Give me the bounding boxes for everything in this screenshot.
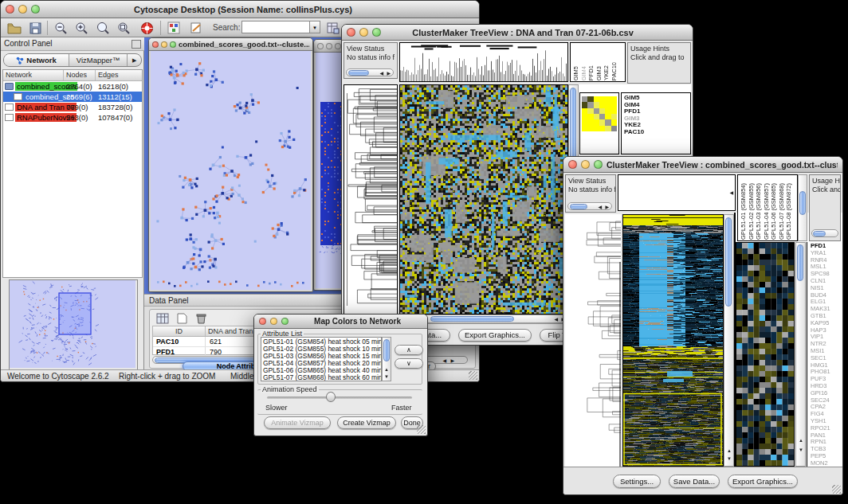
column-label[interactable]: GIM5 <box>572 66 580 80</box>
help-lifesaver-icon[interactable] <box>138 20 155 36</box>
close-icon[interactable] <box>6 5 14 14</box>
column-label[interactable]: GPL51-02 (GSM855) <box>748 183 756 240</box>
network-view-window-1[interactable]: combined_scores_good.txt--cluste... <box>148 37 313 292</box>
close-icon[interactable] <box>152 41 159 48</box>
close-icon[interactable] <box>568 160 577 169</box>
close-icon[interactable] <box>259 318 266 325</box>
column-label[interactable]: PAC10 <box>610 62 618 80</box>
treeview2-titlebar[interactable]: ClusterMaker TreeView : combined_scores_… <box>563 157 842 173</box>
attribute-list-item[interactable]: GPL51-07 (GSM868) heat shock 60 min <box>263 374 381 381</box>
zoom-window-icon[interactable] <box>594 160 603 169</box>
search-input[interactable] <box>241 21 312 33</box>
settings-button[interactable]: Settings... <box>613 475 661 488</box>
row-dendrogram-panel[interactable] <box>344 84 398 315</box>
select-attributes-icon[interactable] <box>154 311 171 326</box>
zoom-window-icon[interactable] <box>281 318 289 325</box>
network-canvas-1[interactable] <box>151 51 311 290</box>
network-tree-row[interactable]: RNAPuberNov2+563(0)107847(0) <box>3 112 142 123</box>
main-titlebar[interactable]: Cytoscape Desktop (Session Name: collins… <box>1 1 479 18</box>
resize-grip[interactable] <box>417 425 426 434</box>
row-dendrogram-panel[interactable] <box>565 214 621 467</box>
zoom-in-icon[interactable] <box>73 20 90 36</box>
network-tree-row[interactable]: DNA and Tran 07769(0)183728(0) <box>3 102 142 112</box>
network-tree-header[interactable]: Network Nodes Edges <box>3 70 142 81</box>
array-labels-panel[interactable]: GPL51-01 (GSM854)GPL51-02 (GSM855)GPL51-… <box>737 174 798 241</box>
export-graphics-button[interactable]: Export Graphics... <box>728 475 798 488</box>
dialog-titlebar[interactable]: Map Colors to Network <box>254 315 427 329</box>
similarity-heatmap[interactable] <box>399 84 568 315</box>
heatmap-vscrollbar[interactable]: ▲▼ <box>724 214 734 467</box>
view-status-hscrollbar[interactable]: ◀▶ <box>346 68 394 76</box>
minimize-icon[interactable] <box>359 28 368 37</box>
float-panel-icon[interactable] <box>132 40 141 49</box>
move-down-button[interactable]: ∨ <box>395 358 423 369</box>
hints-hscrollbar[interactable] <box>811 229 838 237</box>
create-vizmap-button[interactable]: Create Vizmap <box>337 416 396 429</box>
column-label[interactable]: GPL51-03 (GSM856) <box>755 183 763 240</box>
search-dropdown-icon[interactable]: ▼ <box>309 21 320 33</box>
zoom-fit-icon[interactable] <box>114 20 132 36</box>
column-label[interactable]: GIM3 <box>595 66 603 80</box>
selected-gene-labels[interactable]: GIM5GIM4PFD1GIM3YKE2PAC10 <box>621 92 691 154</box>
column-label[interactable]: PFD1 <box>587 65 595 80</box>
move-up-button[interactable]: ∧ <box>395 345 423 355</box>
minimize-icon[interactable] <box>18 5 27 14</box>
attribute-browser-icon[interactable] <box>324 20 342 36</box>
column-dendrogram-panel[interactable] <box>399 42 568 82</box>
resize-grip[interactable] <box>832 485 841 494</box>
minimize-icon[interactable] <box>581 160 590 169</box>
column-label[interactable]: GIM4 <box>580 66 588 80</box>
zoom-window-icon[interactable] <box>170 41 176 48</box>
network-overview-canvas[interactable] <box>10 280 135 368</box>
zoom-window-icon[interactable] <box>31 5 40 14</box>
gene-label[interactable]: MON2 <box>811 460 842 467</box>
column-label[interactable]: GPL51-06 (GSM865) <box>770 183 778 240</box>
minimize-icon[interactable] <box>326 43 332 49</box>
open-file-icon[interactable] <box>6 20 23 36</box>
resize-grip[interactable] <box>469 371 477 380</box>
array-labels-vscrollbar[interactable] <box>798 174 807 241</box>
control-panel-tabs: Network VizMapper™ ▶ <box>3 53 142 67</box>
column-dendrogram-panel[interactable]: ◀ <box>618 174 736 211</box>
column-label[interactable]: YKE2 <box>603 65 610 80</box>
save-icon[interactable] <box>26 20 44 36</box>
selected-cluster-matrix[interactable] <box>579 92 619 154</box>
column-label[interactable]: GPL51-04 (GSM857) <box>763 183 771 240</box>
plugins-icon[interactable] <box>165 20 183 36</box>
delete-attribute-icon[interactable] <box>192 311 210 326</box>
close-icon[interactable] <box>317 43 324 49</box>
column-label[interactable]: GPL51-07 (GSM868) <box>778 183 786 240</box>
gene-label[interactable]: PAC10 <box>624 129 688 136</box>
zoom-out-icon[interactable] <box>52 20 69 36</box>
new-attribute-icon[interactable] <box>173 311 190 326</box>
gene-labels-panel[interactable]: PFD1YRA1RNR4MSL1SPC98CLN1NIS1BUD4ELG1MAK… <box>807 242 842 467</box>
view-status-hscrollbar[interactable]: ◀▶ <box>567 202 612 210</box>
network-tree-row[interactable]: combined_scores2764(0)16218(0) <box>3 81 142 92</box>
export-graphics-button[interactable]: Export Graphics... <box>458 329 532 342</box>
close-icon[interactable] <box>347 28 355 37</box>
column-label[interactable]: GPL51-01 (GSM854) <box>740 183 748 240</box>
attribute-list[interactable]: GPL51-01 (GSM854) heat shock 05 minGPL51… <box>261 337 382 381</box>
zoom-selected-icon[interactable] <box>93 20 111 36</box>
annotation-icon[interactable] <box>187 20 205 36</box>
zoom-window-icon[interactable] <box>335 43 341 49</box>
tab-network[interactable]: Network <box>4 54 69 66</box>
expression-heatmap[interactable] <box>622 214 724 467</box>
zoom-window-icon[interactable] <box>372 28 381 37</box>
minimize-icon[interactable] <box>161 41 167 48</box>
column-labels-panel[interactable]: GIM5GIM4PFD1GIM3YKE2PAC10 <box>570 42 626 82</box>
tab-overflow-arrow[interactable]: ▶ <box>128 54 141 66</box>
tab-vizmapper[interactable]: VizMapper™ <box>69 54 128 66</box>
minimize-icon[interactable] <box>270 318 277 325</box>
save-data-button[interactable]: Save Data... <box>669 475 720 488</box>
detail-vscrollbar[interactable]: ▲▼ <box>795 242 806 467</box>
slider-thumb[interactable] <box>326 392 336 402</box>
network-tree-row[interactable]: combined_sco2569(6)13112(15) <box>3 92 142 102</box>
column-label[interactable]: GPL51-08 (GSM872) <box>785 183 793 240</box>
zoom-detail-heatmap[interactable] <box>736 242 795 467</box>
treeview1-titlebar[interactable]: ClusterMaker TreeView : DNA and Tran 07-… <box>342 25 693 41</box>
status-zoom-hint: Right-click + drag to ZOOM <box>119 372 215 381</box>
network-overview-panel[interactable] <box>9 279 138 370</box>
attribute-list-vscrollbar[interactable]: ▲▼ <box>382 337 391 381</box>
animation-speed-slider[interactable] <box>267 397 412 399</box>
